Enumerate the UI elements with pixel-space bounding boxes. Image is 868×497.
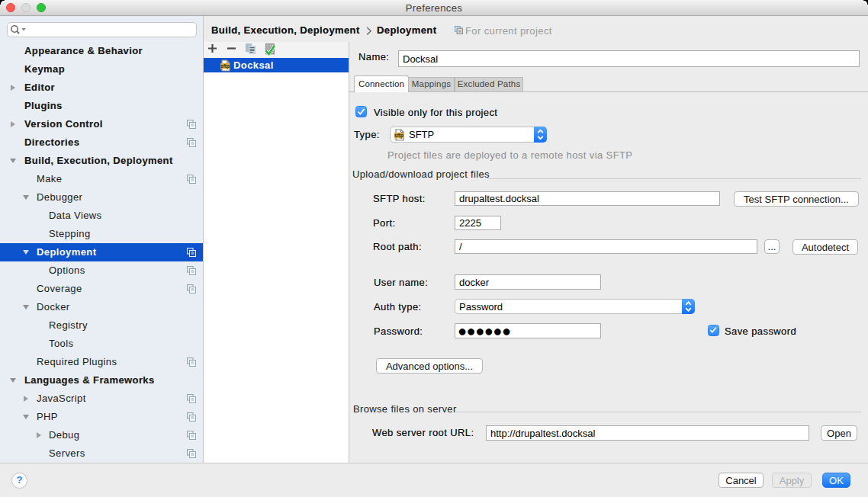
svg-text:sftp: sftp	[220, 63, 230, 69]
svg-text:sftp: sftp	[394, 133, 403, 139]
